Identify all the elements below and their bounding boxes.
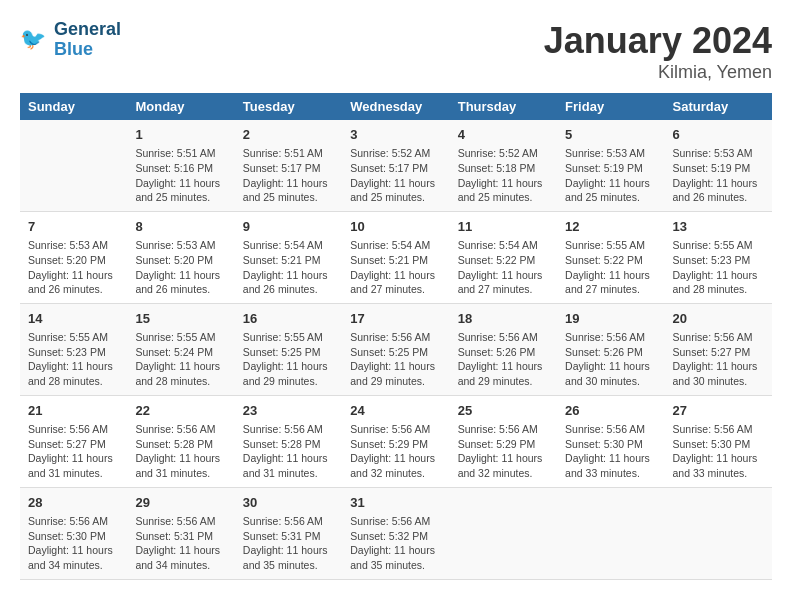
day-content: Sunrise: 5:51 AM Sunset: 5:16 PM Dayligh… <box>135 146 226 205</box>
day-number: 12 <box>565 218 656 236</box>
day-content: Sunrise: 5:56 AM Sunset: 5:30 PM Dayligh… <box>565 422 656 481</box>
calendar-header: SundayMondayTuesdayWednesdayThursdayFrid… <box>20 93 772 120</box>
day-content: Sunrise: 5:56 AM Sunset: 5:25 PM Dayligh… <box>350 330 441 389</box>
week-row-3: 14Sunrise: 5:55 AM Sunset: 5:23 PM Dayli… <box>20 303 772 395</box>
header-cell-saturday: Saturday <box>665 93 772 120</box>
day-number: 21 <box>28 402 119 420</box>
header-cell-sunday: Sunday <box>20 93 127 120</box>
calendar-cell: 8Sunrise: 5:53 AM Sunset: 5:20 PM Daylig… <box>127 211 234 303</box>
calendar-cell: 25Sunrise: 5:56 AM Sunset: 5:29 PM Dayli… <box>450 395 557 487</box>
page-subtitle: Kilmia, Yemen <box>544 62 772 83</box>
calendar-cell: 22Sunrise: 5:56 AM Sunset: 5:28 PM Dayli… <box>127 395 234 487</box>
day-content: Sunrise: 5:53 AM Sunset: 5:19 PM Dayligh… <box>565 146 656 205</box>
svg-text:🐦: 🐦 <box>20 26 47 52</box>
day-number: 26 <box>565 402 656 420</box>
calendar-cell: 13Sunrise: 5:55 AM Sunset: 5:23 PM Dayli… <box>665 211 772 303</box>
week-row-2: 7Sunrise: 5:53 AM Sunset: 5:20 PM Daylig… <box>20 211 772 303</box>
day-number: 31 <box>350 494 441 512</box>
calendar-cell: 30Sunrise: 5:56 AM Sunset: 5:31 PM Dayli… <box>235 487 342 579</box>
day-content: Sunrise: 5:56 AM Sunset: 5:30 PM Dayligh… <box>28 514 119 573</box>
day-content: Sunrise: 5:53 AM Sunset: 5:20 PM Dayligh… <box>135 238 226 297</box>
calendar-cell: 7Sunrise: 5:53 AM Sunset: 5:20 PM Daylig… <box>20 211 127 303</box>
logo-icon: 🐦 <box>20 25 50 55</box>
day-content: Sunrise: 5:56 AM Sunset: 5:31 PM Dayligh… <box>135 514 226 573</box>
day-content: Sunrise: 5:53 AM Sunset: 5:19 PM Dayligh… <box>673 146 764 205</box>
calendar-table: SundayMondayTuesdayWednesdayThursdayFrid… <box>20 93 772 580</box>
week-row-1: 1Sunrise: 5:51 AM Sunset: 5:16 PM Daylig… <box>20 120 772 211</box>
day-number: 30 <box>243 494 334 512</box>
header-cell-monday: Monday <box>127 93 234 120</box>
calendar-cell: 9Sunrise: 5:54 AM Sunset: 5:21 PM Daylig… <box>235 211 342 303</box>
day-number: 16 <box>243 310 334 328</box>
calendar-cell: 27Sunrise: 5:56 AM Sunset: 5:30 PM Dayli… <box>665 395 772 487</box>
calendar-cell: 6Sunrise: 5:53 AM Sunset: 5:19 PM Daylig… <box>665 120 772 211</box>
calendar-cell: 4Sunrise: 5:52 AM Sunset: 5:18 PM Daylig… <box>450 120 557 211</box>
day-content: Sunrise: 5:55 AM Sunset: 5:23 PM Dayligh… <box>28 330 119 389</box>
calendar-cell: 16Sunrise: 5:55 AM Sunset: 5:25 PM Dayli… <box>235 303 342 395</box>
calendar-cell: 10Sunrise: 5:54 AM Sunset: 5:21 PM Dayli… <box>342 211 449 303</box>
day-content: Sunrise: 5:56 AM Sunset: 5:28 PM Dayligh… <box>243 422 334 481</box>
day-content: Sunrise: 5:56 AM Sunset: 5:26 PM Dayligh… <box>565 330 656 389</box>
calendar-cell <box>557 487 664 579</box>
day-content: Sunrise: 5:56 AM Sunset: 5:29 PM Dayligh… <box>350 422 441 481</box>
day-content: Sunrise: 5:54 AM Sunset: 5:22 PM Dayligh… <box>458 238 549 297</box>
day-content: Sunrise: 5:56 AM Sunset: 5:26 PM Dayligh… <box>458 330 549 389</box>
day-number: 19 <box>565 310 656 328</box>
day-number: 4 <box>458 126 549 144</box>
calendar-cell <box>450 487 557 579</box>
day-number: 1 <box>135 126 226 144</box>
calendar-cell: 24Sunrise: 5:56 AM Sunset: 5:29 PM Dayli… <box>342 395 449 487</box>
day-content: Sunrise: 5:52 AM Sunset: 5:18 PM Dayligh… <box>458 146 549 205</box>
calendar-cell: 15Sunrise: 5:55 AM Sunset: 5:24 PM Dayli… <box>127 303 234 395</box>
day-content: Sunrise: 5:55 AM Sunset: 5:25 PM Dayligh… <box>243 330 334 389</box>
day-content: Sunrise: 5:56 AM Sunset: 5:32 PM Dayligh… <box>350 514 441 573</box>
header-cell-friday: Friday <box>557 93 664 120</box>
day-number: 24 <box>350 402 441 420</box>
header-cell-tuesday: Tuesday <box>235 93 342 120</box>
day-number: 25 <box>458 402 549 420</box>
day-number: 7 <box>28 218 119 236</box>
week-row-5: 28Sunrise: 5:56 AM Sunset: 5:30 PM Dayli… <box>20 487 772 579</box>
day-content: Sunrise: 5:55 AM Sunset: 5:24 PM Dayligh… <box>135 330 226 389</box>
calendar-cell: 18Sunrise: 5:56 AM Sunset: 5:26 PM Dayli… <box>450 303 557 395</box>
calendar-cell: 1Sunrise: 5:51 AM Sunset: 5:16 PM Daylig… <box>127 120 234 211</box>
calendar-cell: 11Sunrise: 5:54 AM Sunset: 5:22 PM Dayli… <box>450 211 557 303</box>
logo: 🐦 General Blue <box>20 20 121 60</box>
day-number: 10 <box>350 218 441 236</box>
day-content: Sunrise: 5:56 AM Sunset: 5:31 PM Dayligh… <box>243 514 334 573</box>
calendar-cell: 14Sunrise: 5:55 AM Sunset: 5:23 PM Dayli… <box>20 303 127 395</box>
day-number: 8 <box>135 218 226 236</box>
calendar-cell: 31Sunrise: 5:56 AM Sunset: 5:32 PM Dayli… <box>342 487 449 579</box>
day-number: 27 <box>673 402 764 420</box>
header-cell-wednesday: Wednesday <box>342 93 449 120</box>
day-content: Sunrise: 5:51 AM Sunset: 5:17 PM Dayligh… <box>243 146 334 205</box>
day-number: 15 <box>135 310 226 328</box>
day-number: 9 <box>243 218 334 236</box>
day-number: 3 <box>350 126 441 144</box>
calendar-cell: 12Sunrise: 5:55 AM Sunset: 5:22 PM Dayli… <box>557 211 664 303</box>
header-row: SundayMondayTuesdayWednesdayThursdayFrid… <box>20 93 772 120</box>
day-content: Sunrise: 5:56 AM Sunset: 5:28 PM Dayligh… <box>135 422 226 481</box>
calendar-cell: 21Sunrise: 5:56 AM Sunset: 5:27 PM Dayli… <box>20 395 127 487</box>
calendar-cell: 5Sunrise: 5:53 AM Sunset: 5:19 PM Daylig… <box>557 120 664 211</box>
calendar-cell: 28Sunrise: 5:56 AM Sunset: 5:30 PM Dayli… <box>20 487 127 579</box>
day-number: 6 <box>673 126 764 144</box>
calendar-cell: 26Sunrise: 5:56 AM Sunset: 5:30 PM Dayli… <box>557 395 664 487</box>
day-content: Sunrise: 5:56 AM Sunset: 5:27 PM Dayligh… <box>673 330 764 389</box>
day-content: Sunrise: 5:52 AM Sunset: 5:17 PM Dayligh… <box>350 146 441 205</box>
page-title: January 2024 <box>544 20 772 62</box>
calendar-cell: 23Sunrise: 5:56 AM Sunset: 5:28 PM Dayli… <box>235 395 342 487</box>
logo-text: General Blue <box>54 20 121 60</box>
calendar-cell <box>665 487 772 579</box>
calendar-cell: 2Sunrise: 5:51 AM Sunset: 5:17 PM Daylig… <box>235 120 342 211</box>
day-number: 5 <box>565 126 656 144</box>
day-number: 11 <box>458 218 549 236</box>
day-content: Sunrise: 5:54 AM Sunset: 5:21 PM Dayligh… <box>350 238 441 297</box>
week-row-4: 21Sunrise: 5:56 AM Sunset: 5:27 PM Dayli… <box>20 395 772 487</box>
page-header: 🐦 General Blue January 2024 Kilmia, Yeme… <box>20 20 772 83</box>
day-content: Sunrise: 5:56 AM Sunset: 5:27 PM Dayligh… <box>28 422 119 481</box>
day-number: 17 <box>350 310 441 328</box>
day-number: 28 <box>28 494 119 512</box>
day-content: Sunrise: 5:56 AM Sunset: 5:29 PM Dayligh… <box>458 422 549 481</box>
day-number: 20 <box>673 310 764 328</box>
